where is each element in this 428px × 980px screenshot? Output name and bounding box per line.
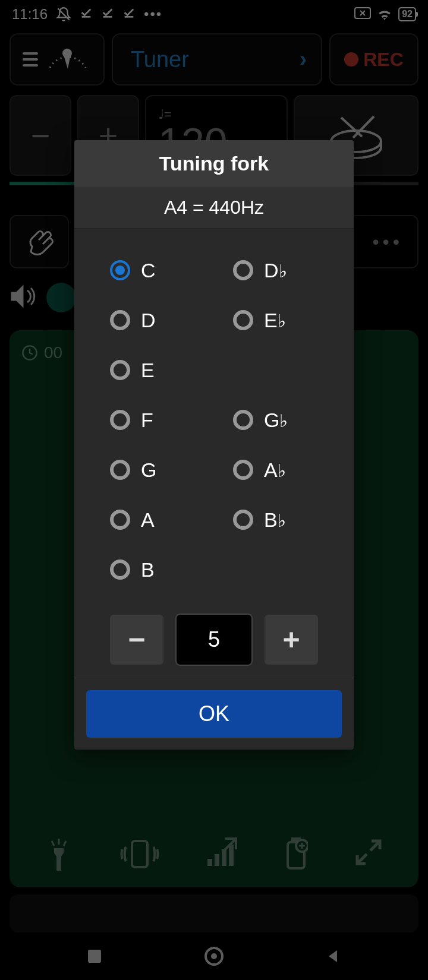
note-radio-C[interactable]: C xyxy=(110,258,215,282)
radio-icon xyxy=(233,310,253,330)
radio-icon xyxy=(110,260,130,280)
note-radio-F[interactable]: F xyxy=(110,408,215,432)
note-radio-Eflat[interactable]: E♭ xyxy=(233,308,338,332)
radio-label: A♭ xyxy=(264,459,286,482)
tuning-fork-dialog: Tuning fork A4 = 440Hz CDEFGAB D♭E♭XG♭A♭… xyxy=(74,140,354,750)
radio-icon xyxy=(110,410,130,430)
radio-icon xyxy=(233,410,253,430)
radio-label: C xyxy=(141,259,156,282)
radio-label: E♭ xyxy=(264,309,286,332)
radio-label: B xyxy=(141,558,155,581)
radio-icon xyxy=(233,460,253,480)
note-radio-Dflat[interactable]: D♭ xyxy=(233,258,338,282)
octave-value[interactable]: 5 xyxy=(175,614,253,666)
radio-label: G♭ xyxy=(264,409,288,432)
radio-icon xyxy=(110,510,130,530)
note-radio-E[interactable]: E xyxy=(110,358,215,382)
radio-label: A xyxy=(141,508,155,532)
radio-label: D xyxy=(141,309,156,332)
ok-button[interactable]: OK xyxy=(86,690,342,738)
radio-label: B♭ xyxy=(264,508,286,532)
dialog-subtitle: A4 = 440Hz xyxy=(74,187,354,229)
note-radio-Gflat[interactable]: G♭ xyxy=(233,408,338,432)
note-radio-B[interactable]: B xyxy=(110,558,215,581)
radio-icon xyxy=(110,360,130,380)
note-radio-D[interactable]: D xyxy=(110,308,215,332)
note-radio-G[interactable]: G xyxy=(110,458,215,482)
radio-label: G xyxy=(141,459,156,482)
dialog-title: Tuning fork xyxy=(74,140,354,187)
octave-decrement-button[interactable]: − xyxy=(110,615,163,665)
note-radio-Aflat[interactable]: A♭ xyxy=(233,458,338,482)
radio-label: E xyxy=(141,359,155,382)
radio-label: D♭ xyxy=(264,259,287,282)
radio-label: F xyxy=(141,409,153,432)
note-radio-A[interactable]: A xyxy=(110,508,215,532)
radio-icon xyxy=(233,260,253,280)
radio-icon xyxy=(233,510,253,530)
radio-icon xyxy=(110,310,130,330)
radio-icon xyxy=(110,460,130,480)
note-radio-Bflat[interactable]: B♭ xyxy=(233,508,338,532)
octave-increment-button[interactable]: + xyxy=(265,615,318,665)
radio-icon xyxy=(110,559,130,580)
